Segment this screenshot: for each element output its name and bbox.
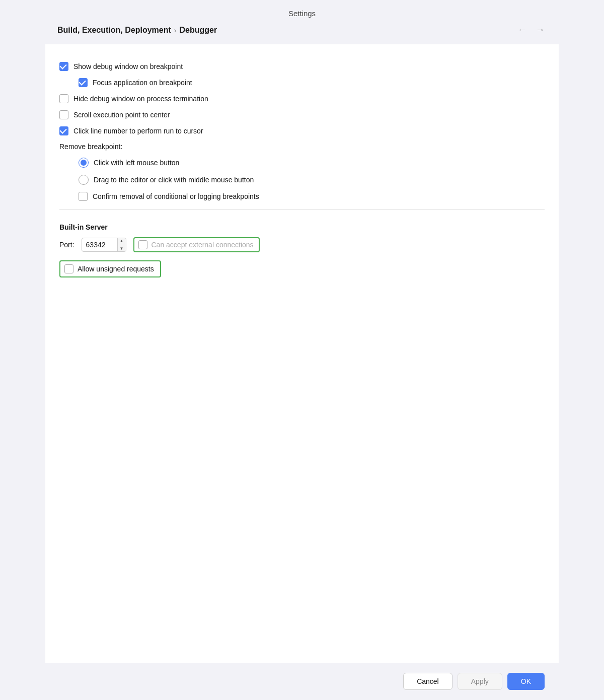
dialog-footer: Cancel Apply OK bbox=[45, 663, 559, 700]
dialog-title: Settings bbox=[45, 0, 559, 25]
radio-drag-label: Drag to the editor or click with middle … bbox=[94, 176, 254, 184]
breadcrumb-current: Debugger bbox=[179, 26, 217, 35]
radio-left-mouse-label: Click with left mouse button bbox=[94, 159, 179, 167]
breadcrumb-separator: › bbox=[174, 26, 177, 34]
nav-arrows: ← → bbox=[515, 25, 547, 35]
breadcrumb-parent[interactable]: Build, Execution, Deployment bbox=[57, 26, 171, 35]
port-label: Port: bbox=[59, 241, 74, 249]
radio-drag-button[interactable] bbox=[79, 175, 89, 185]
show-debug-window-label: Show debug window on breakpoint bbox=[73, 62, 183, 71]
builtin-server-section: Built-in Server Port: ▲ ▼ Can accept ext… bbox=[59, 218, 545, 277]
apply-button[interactable]: Apply bbox=[458, 673, 502, 690]
radio-left-mouse-row: Click with left mouse button bbox=[59, 154, 545, 171]
settings-content: Show debug window on breakpoint Focus ap… bbox=[45, 44, 559, 663]
radio-drag-row: Drag to the editor or click with middle … bbox=[59, 171, 545, 188]
scroll-execution-checkbox[interactable] bbox=[59, 110, 68, 119]
focus-application-checkbox[interactable] bbox=[79, 78, 88, 87]
show-debug-window-row: Show debug window on breakpoint bbox=[59, 58, 545, 75]
section-divider bbox=[59, 209, 545, 210]
external-connections-label: Can accept external connections bbox=[152, 241, 254, 249]
hide-debug-window-label: Hide debug window on process termination bbox=[73, 95, 208, 103]
radio-left-mouse-button[interactable] bbox=[79, 158, 89, 168]
remove-breakpoint-label-row: Remove breakpoint: bbox=[59, 139, 545, 154]
allow-unsigned-label: Allow unsigned requests bbox=[78, 265, 154, 273]
hide-debug-window-row: Hide debug window on process termination bbox=[59, 91, 545, 107]
port-decrement-button[interactable]: ▼ bbox=[118, 245, 126, 252]
external-connections-wrapper: Can accept external connections bbox=[133, 237, 260, 252]
cancel-button[interactable]: Cancel bbox=[403, 673, 452, 690]
scroll-execution-row: Scroll execution point to center bbox=[59, 107, 545, 123]
port-row: Port: ▲ ▼ Can accept external connection… bbox=[59, 233, 545, 256]
port-input[interactable] bbox=[82, 241, 117, 249]
confirm-removal-label: Confirm removal of conditional or loggin… bbox=[93, 192, 259, 200]
allow-unsigned-wrapper: Allow unsigned requests bbox=[59, 260, 161, 277]
click-line-number-checkbox[interactable] bbox=[59, 126, 68, 135]
ok-button[interactable]: OK bbox=[507, 673, 545, 690]
hide-debug-window-checkbox[interactable] bbox=[59, 94, 68, 103]
focus-application-row: Focus application on breakpoint bbox=[59, 75, 545, 91]
settings-dialog: Settings Build, Execution, Deployment › … bbox=[45, 0, 559, 700]
confirm-removal-row: Confirm removal of conditional or loggin… bbox=[59, 188, 545, 204]
focus-application-label: Focus application on breakpoint bbox=[93, 79, 192, 87]
breadcrumb: Build, Execution, Deployment › Debugger bbox=[57, 26, 217, 35]
breadcrumb-row: Build, Execution, Deployment › Debugger … bbox=[45, 25, 559, 44]
port-increment-button[interactable]: ▲ bbox=[118, 238, 126, 245]
click-line-number-label: Click line number to perform run to curs… bbox=[73, 127, 203, 135]
nav-forward-button[interactable]: → bbox=[534, 25, 547, 35]
allow-unsigned-checkbox[interactable] bbox=[64, 264, 73, 273]
scroll-execution-label: Scroll execution point to center bbox=[73, 111, 170, 119]
external-connections-checkbox[interactable] bbox=[138, 240, 147, 249]
remove-breakpoint-label: Remove breakpoint: bbox=[59, 143, 122, 151]
builtin-server-label: Built-in Server bbox=[59, 218, 545, 233]
show-debug-window-checkbox[interactable] bbox=[59, 62, 68, 71]
nav-back-button[interactable]: ← bbox=[515, 25, 528, 35]
confirm-removal-checkbox[interactable] bbox=[79, 192, 88, 201]
port-spinners: ▲ ▼ bbox=[117, 238, 126, 252]
port-input-wrapper: ▲ ▼ bbox=[82, 238, 126, 252]
click-line-number-row: Click line number to perform run to curs… bbox=[59, 123, 545, 139]
